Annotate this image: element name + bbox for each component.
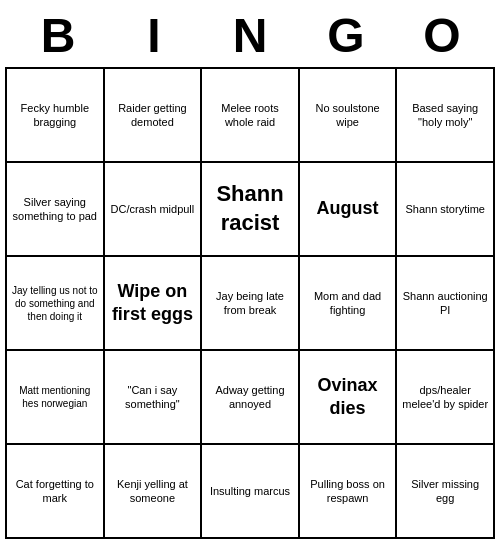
cell-text-7: Shann racist [206,180,294,237]
cell-text-22: Insulting marcus [206,484,294,498]
cell-text-11: Wipe on first eggs [109,280,197,327]
cell-text-23: Pulling boss on respawn [304,477,392,506]
cell-text-5: Silver saying something to pad [11,195,99,224]
bingo-cell-20: Cat forgetting to mark [7,445,105,539]
cell-text-15: Matt mentioning hes norwegian [11,384,99,410]
bingo-letter-b: B [10,8,106,63]
bingo-cell-21: Kenji yelling at someone [105,445,203,539]
bingo-cell-9: Shann storytime [397,163,495,257]
bingo-cell-11: Wipe on first eggs [105,257,203,351]
cell-text-19: dps/healer melee'd by spider [401,383,489,412]
bingo-cell-18: Ovinax dies [300,351,398,445]
cell-text-6: DC/crash midpull [109,202,197,216]
bingo-grid: Fecky humble braggingRaider getting demo… [5,67,495,539]
bingo-cell-7: Shann racist [202,163,300,257]
cell-text-21: Kenji yelling at someone [109,477,197,506]
bingo-letter-g: G [298,8,394,63]
bingo-cell-10: Jay telling us not to do something and t… [7,257,105,351]
cell-text-2: Melee roots whole raid [206,101,294,130]
bingo-cell-1: Raider getting demoted [105,69,203,163]
bingo-letter-n: N [202,8,298,63]
cell-text-20: Cat forgetting to mark [11,477,99,506]
cell-text-4: Based saying "holy moly" [401,101,489,130]
bingo-cell-6: DC/crash midpull [105,163,203,257]
bingo-letter-o: O [394,8,490,63]
bingo-cell-2: Melee roots whole raid [202,69,300,163]
bingo-cell-15: Matt mentioning hes norwegian [7,351,105,445]
bingo-cell-8: August [300,163,398,257]
cell-text-18: Ovinax dies [304,374,392,421]
bingo-cell-14: Shann auctioning PI [397,257,495,351]
cell-text-12: Jay being late from break [206,289,294,318]
bingo-cell-13: Mom and dad fighting [300,257,398,351]
bingo-cell-22: Insulting marcus [202,445,300,539]
bingo-cell-12: Jay being late from break [202,257,300,351]
cell-text-14: Shann auctioning PI [401,289,489,318]
cell-text-3: No soulstone wipe [304,101,392,130]
cell-text-9: Shann storytime [401,202,489,216]
cell-text-24: Silver missing egg [401,477,489,506]
cell-text-1: Raider getting demoted [109,101,197,130]
cell-text-16: "Can i say something" [109,383,197,412]
bingo-cell-19: dps/healer melee'd by spider [397,351,495,445]
bingo-letter-i: I [106,8,202,63]
cell-text-13: Mom and dad fighting [304,289,392,318]
bingo-cell-3: No soulstone wipe [300,69,398,163]
bingo-cell-17: Adway getting annoyed [202,351,300,445]
cell-text-8: August [304,197,392,220]
cell-text-10: Jay telling us not to do something and t… [11,284,99,323]
bingo-cell-24: Silver missing egg [397,445,495,539]
bingo-cell-4: Based saying "holy moly" [397,69,495,163]
cell-text-17: Adway getting annoyed [206,383,294,412]
cell-text-0: Fecky humble bragging [11,101,99,130]
bingo-cell-0: Fecky humble bragging [7,69,105,163]
bingo-cell-16: "Can i say something" [105,351,203,445]
bingo-header: BINGO [0,0,500,67]
bingo-cell-23: Pulling boss on respawn [300,445,398,539]
bingo-cell-5: Silver saying something to pad [7,163,105,257]
